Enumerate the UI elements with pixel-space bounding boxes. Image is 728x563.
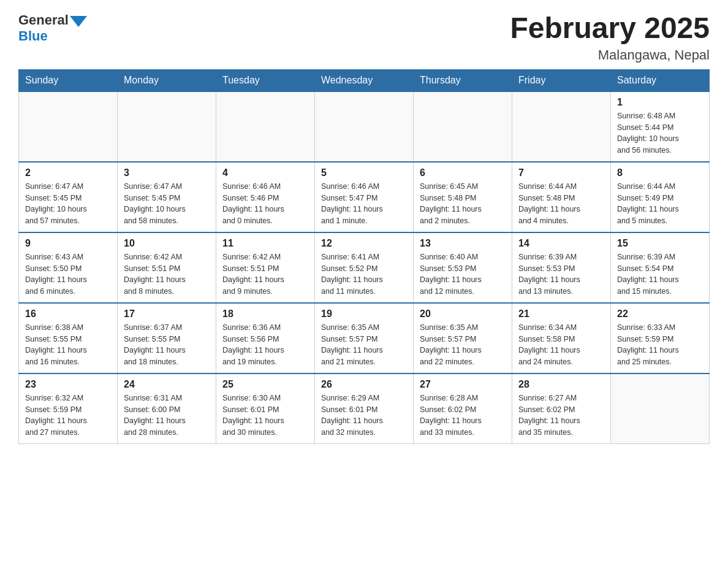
day-info: Sunrise: 6:28 AMSunset: 6:02 PMDaylight:… bbox=[420, 393, 506, 439]
day-number: 7 bbox=[518, 167, 604, 178]
calendar-week-row: 2Sunrise: 6:47 AMSunset: 5:45 PMDaylight… bbox=[19, 162, 710, 232]
day-number: 23 bbox=[25, 379, 111, 390]
calendar-cell: 18Sunrise: 6:36 AMSunset: 5:56 PMDayligh… bbox=[216, 303, 315, 373]
day-info: Sunrise: 6:46 AMSunset: 5:47 PMDaylight:… bbox=[321, 181, 407, 227]
calendar-week-row: 9Sunrise: 6:43 AMSunset: 5:50 PMDaylight… bbox=[19, 232, 710, 303]
day-number: 14 bbox=[518, 238, 604, 249]
calendar-cell: 4Sunrise: 6:46 AMSunset: 5:46 PMDaylight… bbox=[216, 162, 315, 232]
calendar-cell bbox=[414, 91, 512, 162]
day-info: Sunrise: 6:47 AMSunset: 5:45 PMDaylight:… bbox=[124, 181, 210, 227]
calendar-cell bbox=[611, 373, 710, 444]
day-header-friday: Friday bbox=[512, 69, 611, 91]
page-header: General Blue February 2025 Malangawa, Ne… bbox=[18, 12, 710, 63]
day-number: 6 bbox=[420, 167, 506, 178]
day-number: 22 bbox=[617, 308, 703, 320]
day-info: Sunrise: 6:32 AMSunset: 5:59 PMDaylight:… bbox=[25, 393, 111, 439]
day-header-monday: Monday bbox=[118, 69, 216, 91]
day-number: 26 bbox=[321, 379, 407, 390]
calendar-cell: 14Sunrise: 6:39 AMSunset: 5:53 PMDayligh… bbox=[512, 232, 611, 303]
day-number: 11 bbox=[222, 238, 308, 249]
calendar-cell: 25Sunrise: 6:30 AMSunset: 6:01 PMDayligh… bbox=[216, 373, 315, 444]
calendar-cell: 6Sunrise: 6:45 AMSunset: 5:48 PMDaylight… bbox=[414, 162, 512, 232]
day-info: Sunrise: 6:40 AMSunset: 5:53 PMDaylight:… bbox=[420, 251, 506, 297]
calendar-cell bbox=[512, 91, 611, 162]
calendar-cell: 1Sunrise: 6:48 AMSunset: 5:44 PMDaylight… bbox=[611, 91, 710, 162]
calendar-cell: 20Sunrise: 6:35 AMSunset: 5:57 PMDayligh… bbox=[414, 303, 512, 373]
calendar-cell: 11Sunrise: 6:42 AMSunset: 5:51 PMDayligh… bbox=[216, 232, 315, 303]
calendar-cell: 9Sunrise: 6:43 AMSunset: 5:50 PMDaylight… bbox=[19, 232, 118, 303]
calendar-cell: 19Sunrise: 6:35 AMSunset: 5:57 PMDayligh… bbox=[315, 303, 414, 373]
day-info: Sunrise: 6:39 AMSunset: 5:54 PMDaylight:… bbox=[617, 251, 703, 297]
day-header-tuesday: Tuesday bbox=[216, 69, 315, 91]
day-number: 12 bbox=[321, 238, 407, 249]
day-info: Sunrise: 6:41 AMSunset: 5:52 PMDaylight:… bbox=[321, 251, 407, 297]
calendar-cell: 23Sunrise: 6:32 AMSunset: 5:59 PMDayligh… bbox=[19, 373, 118, 444]
calendar-cell: 7Sunrise: 6:44 AMSunset: 5:48 PMDaylight… bbox=[512, 162, 611, 232]
day-number: 15 bbox=[617, 238, 703, 249]
day-info: Sunrise: 6:46 AMSunset: 5:46 PMDaylight:… bbox=[222, 181, 308, 227]
calendar-cell: 12Sunrise: 6:41 AMSunset: 5:52 PMDayligh… bbox=[315, 232, 414, 303]
day-number: 16 bbox=[25, 308, 111, 320]
calendar-cell: 8Sunrise: 6:44 AMSunset: 5:49 PMDaylight… bbox=[611, 162, 710, 232]
month-year-title: February 2025 bbox=[510, 12, 710, 45]
day-number: 27 bbox=[420, 379, 506, 390]
day-number: 10 bbox=[124, 238, 210, 249]
day-info: Sunrise: 6:31 AMSunset: 6:00 PMDaylight:… bbox=[124, 393, 210, 439]
day-number: 24 bbox=[124, 379, 210, 390]
day-number: 13 bbox=[420, 238, 506, 249]
calendar-cell: 17Sunrise: 6:37 AMSunset: 5:55 PMDayligh… bbox=[118, 303, 216, 373]
calendar-cell: 5Sunrise: 6:46 AMSunset: 5:47 PMDaylight… bbox=[315, 162, 414, 232]
day-info: Sunrise: 6:34 AMSunset: 5:58 PMDaylight:… bbox=[518, 322, 604, 368]
day-info: Sunrise: 6:44 AMSunset: 5:49 PMDaylight:… bbox=[617, 181, 703, 227]
logo-triangle-icon bbox=[70, 16, 87, 27]
day-number: 3 bbox=[124, 167, 210, 178]
day-number: 17 bbox=[124, 308, 210, 320]
day-info: Sunrise: 6:35 AMSunset: 5:57 PMDaylight:… bbox=[420, 322, 506, 368]
day-number: 4 bbox=[222, 167, 308, 178]
day-number: 20 bbox=[420, 308, 506, 320]
calendar-cell bbox=[315, 91, 414, 162]
day-number: 5 bbox=[321, 167, 407, 178]
day-header-saturday: Saturday bbox=[611, 69, 710, 91]
day-number: 18 bbox=[222, 308, 308, 320]
calendar-cell: 24Sunrise: 6:31 AMSunset: 6:00 PMDayligh… bbox=[118, 373, 216, 444]
day-number: 25 bbox=[222, 379, 308, 390]
day-info: Sunrise: 6:33 AMSunset: 5:59 PMDaylight:… bbox=[617, 322, 703, 368]
day-number: 19 bbox=[321, 308, 407, 320]
logo-text-blue: Blue bbox=[18, 28, 48, 44]
day-info: Sunrise: 6:42 AMSunset: 5:51 PMDaylight:… bbox=[124, 251, 210, 297]
logo-text-general: General bbox=[18, 12, 69, 28]
calendar-week-row: 23Sunrise: 6:32 AMSunset: 5:59 PMDayligh… bbox=[19, 373, 710, 444]
day-number: 2 bbox=[25, 167, 111, 178]
day-info: Sunrise: 6:38 AMSunset: 5:55 PMDaylight:… bbox=[25, 322, 111, 368]
calendar-cell: 3Sunrise: 6:47 AMSunset: 5:45 PMDaylight… bbox=[118, 162, 216, 232]
calendar-cell: 10Sunrise: 6:42 AMSunset: 5:51 PMDayligh… bbox=[118, 232, 216, 303]
calendar-cell: 26Sunrise: 6:29 AMSunset: 6:01 PMDayligh… bbox=[315, 373, 414, 444]
calendar-cell: 27Sunrise: 6:28 AMSunset: 6:02 PMDayligh… bbox=[414, 373, 512, 444]
day-info: Sunrise: 6:36 AMSunset: 5:56 PMDaylight:… bbox=[222, 322, 308, 368]
day-header-wednesday: Wednesday bbox=[315, 69, 414, 91]
day-info: Sunrise: 6:48 AMSunset: 5:44 PMDaylight:… bbox=[617, 110, 703, 156]
calendar-week-row: 16Sunrise: 6:38 AMSunset: 5:55 PMDayligh… bbox=[19, 303, 710, 373]
day-info: Sunrise: 6:45 AMSunset: 5:48 PMDaylight:… bbox=[420, 181, 506, 227]
calendar-cell: 15Sunrise: 6:39 AMSunset: 5:54 PMDayligh… bbox=[611, 232, 710, 303]
day-info: Sunrise: 6:42 AMSunset: 5:51 PMDaylight:… bbox=[222, 251, 308, 297]
calendar-cell: 16Sunrise: 6:38 AMSunset: 5:55 PMDayligh… bbox=[19, 303, 118, 373]
calendar-cell: 2Sunrise: 6:47 AMSunset: 5:45 PMDaylight… bbox=[19, 162, 118, 232]
calendar-cell: 21Sunrise: 6:34 AMSunset: 5:58 PMDayligh… bbox=[512, 303, 611, 373]
day-header-thursday: Thursday bbox=[414, 69, 512, 91]
calendar-header-row: SundayMondayTuesdayWednesdayThursdayFrid… bbox=[19, 69, 710, 91]
calendar-cell bbox=[118, 91, 216, 162]
day-number: 28 bbox=[518, 379, 604, 390]
calendar-cell: 13Sunrise: 6:40 AMSunset: 5:53 PMDayligh… bbox=[414, 232, 512, 303]
logo: General Blue bbox=[18, 12, 87, 44]
day-info: Sunrise: 6:47 AMSunset: 5:45 PMDaylight:… bbox=[25, 181, 111, 227]
day-info: Sunrise: 6:29 AMSunset: 6:01 PMDaylight:… bbox=[321, 393, 407, 439]
calendar-cell: 28Sunrise: 6:27 AMSunset: 6:02 PMDayligh… bbox=[512, 373, 611, 444]
calendar-cell: 22Sunrise: 6:33 AMSunset: 5:59 PMDayligh… bbox=[611, 303, 710, 373]
location-title: Malangawa, Nepal bbox=[510, 47, 710, 63]
day-info: Sunrise: 6:43 AMSunset: 5:50 PMDaylight:… bbox=[25, 251, 111, 297]
title-section: February 2025 Malangawa, Nepal bbox=[510, 12, 710, 63]
day-number: 9 bbox=[25, 238, 111, 249]
day-info: Sunrise: 6:44 AMSunset: 5:48 PMDaylight:… bbox=[518, 181, 604, 227]
